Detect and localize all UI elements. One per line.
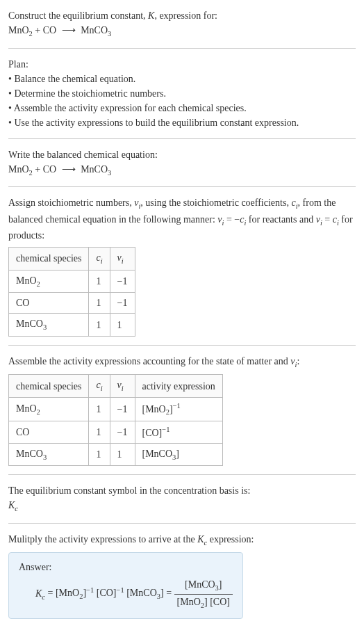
table-row: MnCO3 1 1 [MnCO3] <box>9 443 223 466</box>
frac-numerator: [MnCO3] <box>174 577 233 595</box>
frac-denominator: [MnO2] [CO] <box>174 595 233 611</box>
divider <box>8 48 356 49</box>
cell-species: CO <box>9 293 89 314</box>
plan-item: • Assemble the activity expression for e… <box>8 101 356 115</box>
divider <box>8 523 356 524</box>
table-row: MnO2 1 −1 <box>9 270 135 293</box>
assign-section: Assign stoichiometric numbers, νi, using… <box>8 195 356 337</box>
col-species: chemical species <box>9 375 89 398</box>
cell-c: 1 <box>89 314 110 337</box>
table-row: CO 1 −1 [CO]−1 <box>9 421 223 444</box>
table-header-row: chemical species ci νi <box>9 248 135 271</box>
col-species: chemical species <box>9 248 89 271</box>
assemble-text: Assemble the activity expressions accoun… <box>8 356 299 366</box>
table-header-row: chemical species ci νi activity expressi… <box>9 375 223 398</box>
balanced-equation: MnO2 + CO ⟶ MnCO3 <box>8 162 356 179</box>
answer-label: Answer: <box>19 560 233 574</box>
cell-species: MnCO3 <box>9 314 89 337</box>
cell-c: 1 <box>89 270 110 293</box>
table-row: CO 1 −1 <box>9 293 135 314</box>
cell-nu: −1 <box>110 293 135 314</box>
intro-equation: MnO2 + CO ⟶ MnCO3 <box>8 23 356 40</box>
assign-text: Assign stoichiometric numbers, νi, using… <box>8 197 353 241</box>
cell-species: MnCO3 <box>9 443 89 466</box>
cell-nu: −1 <box>110 270 135 293</box>
cell-activity: [MnO2]−1 <box>135 397 222 421</box>
kc-basis-section: The equilibrium constant symbol in the c… <box>8 483 356 515</box>
divider <box>8 474 356 475</box>
cell-nu: −1 <box>110 397 135 421</box>
col-nui: νi <box>110 375 135 398</box>
plan-section: Plan: • Balance the chemical equation. •… <box>8 57 356 130</box>
intro-text: Construct the equilibrium constant, K, e… <box>8 8 356 23</box>
cell-activity: [MnCO3] <box>135 443 222 466</box>
cell-c: 1 <box>89 397 110 421</box>
cell-c: 1 <box>89 443 110 466</box>
balanced-section: Write the balanced chemical equation: Mn… <box>8 147 356 179</box>
answer-fraction: [MnCO3] [MnO2] [CO] <box>174 577 233 611</box>
plan-item: • Determine the stoichiometric numbers. <box>8 86 356 101</box>
cell-nu: 1 <box>110 314 135 337</box>
plan-item: • Use the activity expressions to build … <box>8 115 356 130</box>
stoich-table: chemical species ci νi MnO2 1 −1 CO 1 −1… <box>8 247 135 337</box>
kc-basis-text: The equilibrium constant symbol in the c… <box>8 483 356 498</box>
answer-box: Answer: Kc = [MnO2]−1 [CO]−1 [MnCO3] = [… <box>8 552 243 618</box>
cell-species: MnO2 <box>9 270 89 293</box>
col-nui: νi <box>110 248 135 271</box>
activity-table: chemical species ci νi activity expressi… <box>8 374 223 466</box>
plan-heading: Plan: <box>8 57 356 72</box>
multiply-text: Mulitply the activity expressions to arr… <box>8 534 254 545</box>
cell-c: 1 <box>89 293 110 314</box>
cell-nu: −1 <box>110 421 135 444</box>
col-activity: activity expression <box>135 375 222 398</box>
assemble-section: Assemble the activity expressions accoun… <box>8 354 356 467</box>
kc-symbol: Kc <box>8 498 356 515</box>
intro-section: Construct the equilibrium constant, K, e… <box>8 8 356 40</box>
table-row: MnCO3 1 1 <box>9 314 135 337</box>
divider <box>8 138 356 139</box>
answer-expression: Kc = [MnO2]−1 [CO]−1 [MnCO3] = [MnCO3] [… <box>19 577 233 611</box>
table-row: MnO2 1 −1 [MnO2]−1 <box>9 397 223 421</box>
balanced-heading: Write the balanced chemical equation: <box>8 147 356 162</box>
col-ci: ci <box>89 375 110 398</box>
divider <box>8 345 356 346</box>
col-ci: ci <box>89 248 110 271</box>
cell-c: 1 <box>89 421 110 444</box>
cell-nu: 1 <box>110 443 135 466</box>
plan-item: • Balance the chemical equation. <box>8 72 356 86</box>
cell-species: MnO2 <box>9 397 89 421</box>
cell-species: CO <box>9 421 89 444</box>
cell-activity: [CO]−1 <box>135 421 222 444</box>
divider <box>8 186 356 187</box>
multiply-section: Mulitply the activity expressions to arr… <box>8 532 356 619</box>
